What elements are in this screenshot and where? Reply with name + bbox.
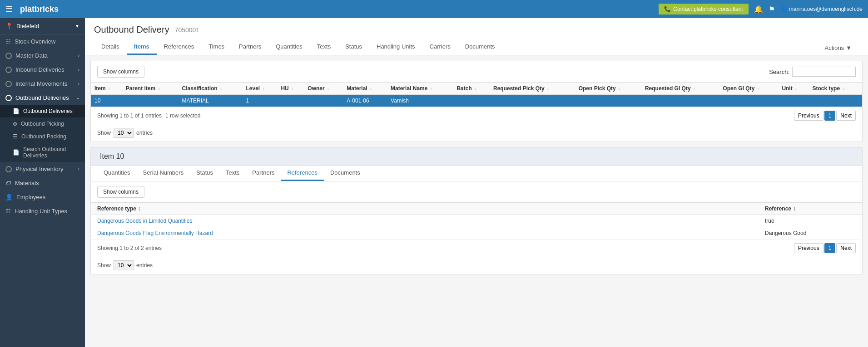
sidebar-item-master-data[interactable]: Master Data ›: [0, 49, 85, 63]
item-tab-references[interactable]: References: [281, 166, 323, 181]
show-entries-row: Show 10 25 50 entries: [91, 124, 862, 142]
item-table-footer: Showing 1 to 2 of 2 entries Previous 1 N…: [91, 239, 862, 257]
ref-row-1[interactable]: Dangerous Goods in Limited Quantities tr…: [91, 215, 862, 227]
flag-icon[interactable]: ⚑: [769, 5, 775, 14]
item-detail-section: Item 10 Quantities Serial Numbers Status…: [90, 147, 863, 274]
prev-button[interactable]: Previous: [794, 111, 823, 121]
menu-icon[interactable]: ☰: [5, 4, 13, 14]
consultant-button[interactable]: 📞 Contact platbricks consultant: [659, 4, 748, 15]
sort-ref-type-icon[interactable]: ↕: [138, 205, 140, 212]
item-next-button[interactable]: Next: [836, 243, 856, 253]
items-toolbar: Show columns Search:: [91, 61, 862, 82]
col-batch: Batch ↕: [453, 83, 490, 95]
sidebar-item-stock-overview[interactable]: ☷ Stock Overview: [0, 34, 85, 49]
sidebar-item-handling-unit-types[interactable]: ☷ Handling Unit Types: [0, 204, 85, 218]
item-tab-quantities[interactable]: Quantities: [97, 166, 137, 181]
tab-items[interactable]: Items: [127, 39, 157, 55]
ref-row-2[interactable]: Dangerous Goods Flag Environmentally Haz…: [91, 227, 862, 239]
col-owner: Owner ↕: [304, 83, 343, 95]
tab-references[interactable]: References: [157, 39, 201, 55]
tab-partners[interactable]: Partners: [232, 39, 268, 55]
showing-text: Showing 1 to 1 of 1 entries: [97, 112, 162, 119]
sidebar-item-materials[interactable]: 🏷 Materials: [0, 176, 85, 190]
ref-value: true: [765, 218, 856, 224]
sidebar-item-physical-inventory[interactable]: Physical Inventory ›: [0, 162, 85, 176]
item-prev-button[interactable]: Previous: [794, 243, 823, 253]
tab-handling-units[interactable]: Handling Units: [369, 39, 422, 55]
item-title: Item 10: [100, 152, 124, 160]
page-tabs: Details Items References Times Partners …: [94, 39, 502, 55]
ref-value: Dangerous Good: [765, 230, 856, 236]
tab-status[interactable]: Status: [338, 39, 369, 55]
item-pagination: Previous 1 Next: [794, 243, 856, 253]
sidebar-item-inbound-deliveries[interactable]: Inbound Deliveries ›: [0, 63, 85, 77]
chevron-right-icon: ›: [78, 166, 79, 171]
tab-documents[interactable]: Documents: [458, 39, 502, 55]
tab-details[interactable]: Details: [94, 39, 127, 55]
page-1-button[interactable]: 1: [824, 111, 836, 121]
item-entries-suffix: entries: [136, 262, 153, 269]
sidebar-item-search-outbound[interactable]: 📄 Search Outbound Deliveries: [0, 143, 85, 162]
sidebar-item-employees[interactable]: 👤 Employees: [0, 190, 85, 204]
sidebar-item-outbound-packing[interactable]: ☰ Outbound Packing: [0, 130, 85, 143]
item-tab-serial-numbers[interactable]: Serial Numbers: [137, 166, 190, 181]
item-tab-texts[interactable]: Texts: [219, 166, 246, 181]
item-tab-status[interactable]: Status: [190, 166, 219, 181]
tab-texts[interactable]: Texts: [310, 39, 338, 55]
item-page-1-button[interactable]: 1: [824, 243, 836, 253]
cell-hu: [277, 95, 304, 107]
cell-classification: MATERIAL: [179, 95, 243, 107]
brand-logo: platbricks: [20, 5, 59, 14]
table-row[interactable]: 10 MATERIAL 1 A-001-06 Varnish: [91, 95, 862, 107]
sidebar-item-outbound-deliveries-list[interactable]: 📄 Outbound Deliveries: [0, 105, 85, 117]
user-menu[interactable]: 👤 marina.oes@demoenglisch.de: [780, 6, 863, 12]
item-section-header: Item 10: [91, 148, 862, 166]
master-data-icon: [5, 53, 12, 59]
tab-carriers[interactable]: Carriers: [422, 39, 458, 55]
ref-type-value: Dangerous Goods Flag Environmentally Haz…: [97, 230, 765, 236]
chevron-right-icon: ›: [78, 53, 79, 58]
cell-stock-type: [808, 95, 862, 107]
cell-batch: [453, 95, 490, 107]
grid-icon: ☷: [5, 208, 11, 215]
cell-unit: [778, 95, 808, 107]
sort-ref-icon[interactable]: ↕: [793, 205, 796, 212]
col-material: Material ↕: [343, 83, 387, 95]
entries-select[interactable]: 10 25 50: [114, 128, 134, 138]
sidebar-item-label: Materials: [15, 180, 39, 186]
sidebar-item-outbound-deliveries[interactable]: Outbound Deliveries ⌄: [0, 91, 85, 105]
item-show-columns-button[interactable]: Show columns: [97, 186, 144, 198]
col-hu: HU ↕: [277, 83, 304, 95]
cell-open-pick-qty: [575, 95, 641, 107]
sidebar: 📍 Bielefeld ▼ ☷ Stock Overview Master Da…: [0, 18, 85, 347]
show-columns-button[interactable]: Show columns: [97, 66, 144, 78]
next-button[interactable]: Next: [836, 111, 856, 121]
tab-times[interactable]: Times: [201, 39, 232, 55]
actions-dropdown[interactable]: Actions ▼: [817, 41, 859, 55]
outbound-submenu: 📄 Outbound Deliveries ⊕ Outbound Picking…: [0, 105, 85, 162]
person-icon: 👤: [5, 194, 13, 200]
item-show-entries-row: Show 10 25 50 entries: [91, 257, 862, 274]
sidebar-item-label: Internal Movements: [15, 80, 67, 87]
ref-col-header: Reference ↕: [765, 205, 856, 212]
topbar: ☰ platbricks 📞 Contact platbricks consul…: [0, 0, 868, 18]
item-tab-documents[interactable]: Documents: [324, 166, 367, 181]
tab-quantities[interactable]: Quantities: [268, 39, 310, 55]
grid-icon: ☷: [5, 38, 11, 45]
sidebar-item-label: Outbound Deliveries: [15, 94, 69, 101]
location-pin-icon: 📍: [5, 23, 13, 29]
location-selector[interactable]: 📍 Bielefeld ▼: [0, 18, 85, 34]
inventory-icon: [5, 166, 12, 172]
item-tab-partners[interactable]: Partners: [246, 166, 281, 181]
item-entries-select[interactable]: 10 25 50: [114, 260, 134, 270]
page-id: 7050001: [175, 26, 200, 34]
search-input[interactable]: [792, 67, 856, 77]
submenu-label: Outbound Deliveries: [23, 108, 73, 114]
sidebar-item-internal-movements[interactable]: Internal Movements ›: [0, 77, 85, 91]
phone-icon: 📞: [664, 6, 671, 12]
col-parent-item: Parent item ↕: [122, 83, 179, 95]
notification-icon[interactable]: 🔔: [754, 5, 763, 14]
sidebar-item-outbound-picking[interactable]: ⊕ Outbound Picking: [0, 117, 85, 130]
submenu-label: Search Outbound Deliveries: [23, 146, 79, 159]
chevron-right-icon: ›: [78, 67, 79, 72]
